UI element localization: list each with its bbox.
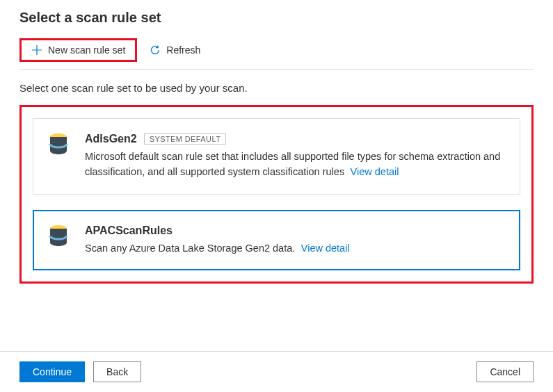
rule-description: Scan any Azure Data Lake Storage Gen2 da… <box>85 243 295 254</box>
scan-rule-set-card[interactable]: APACScanRules Scan any Azure Data Lake S… <box>33 210 520 271</box>
new-scan-rule-set-highlight: New scan rule set <box>19 38 137 62</box>
scan-rule-set-card[interactable]: AdlsGen2 SYSTEM DEFAULT Microsoft defaul… <box>33 118 520 195</box>
view-detail-link[interactable]: View detail <box>351 166 399 177</box>
back-button[interactable]: Back <box>93 361 141 382</box>
rule-body: AdlsGen2 SYSTEM DEFAULT Microsoft defaul… <box>85 133 504 180</box>
storage-icon <box>49 224 71 252</box>
rule-description: Microsoft default scan rule set that inc… <box>85 151 500 177</box>
continue-button[interactable]: Continue <box>19 361 85 382</box>
new-scan-rule-set-label: New scan rule set <box>48 44 125 56</box>
cancel-button[interactable]: Cancel <box>476 361 534 382</box>
new-scan-rule-set-button[interactable]: New scan rule set <box>26 42 131 58</box>
toolbar: New scan rule set Refresh <box>19 38 534 70</box>
instruction-text: Select one scan rule set to be used by y… <box>19 82 534 94</box>
refresh-label: Refresh <box>166 44 200 56</box>
refresh-icon <box>150 44 161 56</box>
rule-name: APACScanRules <box>85 224 173 237</box>
rule-body: APACScanRules Scan any Azure Data Lake S… <box>85 224 504 256</box>
rule-name: AdlsGen2 <box>85 133 137 145</box>
view-detail-link[interactable]: View detail <box>301 243 350 254</box>
storage-icon <box>49 133 71 161</box>
footer: Continue Back Cancel <box>0 351 553 392</box>
plus-icon <box>31 44 42 56</box>
scan-rule-set-list: AdlsGen2 SYSTEM DEFAULT Microsoft defaul… <box>19 105 534 284</box>
page-title: Select a scan rule set <box>19 10 534 26</box>
refresh-button[interactable]: Refresh <box>144 42 206 58</box>
system-default-badge: SYSTEM DEFAULT <box>144 133 227 145</box>
